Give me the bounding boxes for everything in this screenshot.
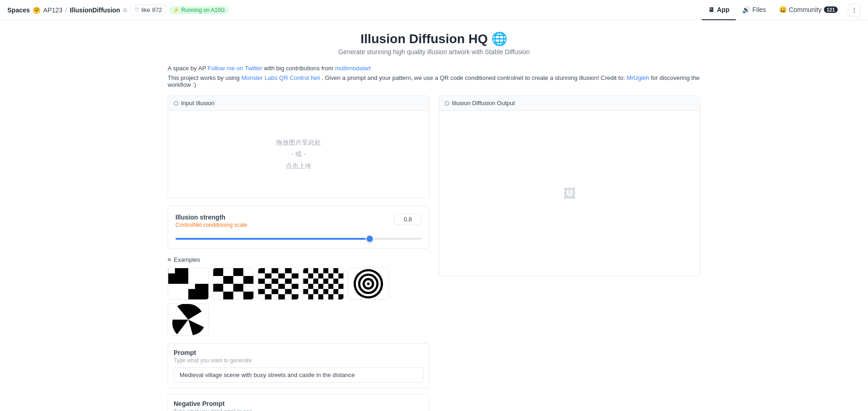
svg-rect-90 bbox=[333, 284, 338, 289]
example-6[interactable] bbox=[168, 304, 209, 336]
svg-rect-9 bbox=[243, 268, 254, 276]
twitter-link[interactable]: Follow me on Twitter bbox=[208, 65, 262, 72]
more-button[interactable]: ⋮ bbox=[848, 4, 861, 17]
svg-rect-75 bbox=[338, 273, 344, 278]
svg-rect-79 bbox=[318, 279, 323, 284]
negative-prompt-label: Negative Prompt bbox=[174, 400, 423, 407]
svg-rect-10 bbox=[213, 276, 223, 284]
illusion-strength-slider[interactable] bbox=[175, 238, 422, 240]
svg-rect-72 bbox=[323, 273, 328, 278]
svg-rect-40 bbox=[292, 279, 299, 284]
title-area: Illusion Diffusion HQ 🌐 Generate stunnin… bbox=[168, 31, 700, 56]
svg-rect-33 bbox=[285, 273, 292, 278]
svg-rect-67 bbox=[338, 268, 344, 273]
svg-rect-36 bbox=[265, 279, 272, 284]
bolt-icon: ⚡ bbox=[173, 7, 180, 13]
breadcrumb-sep: / bbox=[65, 6, 67, 14]
svg-rect-50 bbox=[278, 289, 285, 294]
svg-rect-104 bbox=[323, 294, 328, 299]
svg-rect-20 bbox=[233, 292, 243, 299]
output-panel-header: ⬡ Illusion Diffusion Output bbox=[439, 96, 700, 111]
two-column-layout: ⬡ Input Illusion 拖放图片至此处 - 或 - 点击上传 Illu… bbox=[168, 96, 700, 411]
nav-app[interactable]: 🖥 App bbox=[702, 0, 736, 20]
svg-rect-57 bbox=[285, 294, 292, 299]
svg-rect-102 bbox=[313, 294, 318, 299]
svg-rect-81 bbox=[328, 279, 333, 284]
example-2[interactable] bbox=[213, 268, 254, 300]
svg-rect-52 bbox=[292, 289, 299, 294]
header-icon: 🤗 bbox=[33, 6, 40, 14]
svg-rect-68 bbox=[303, 273, 308, 278]
svg-rect-44 bbox=[278, 284, 285, 289]
monster-labs-link[interactable]: Monster Labs QR Control Net bbox=[241, 74, 320, 81]
spaces-label[interactable]: Spaces bbox=[7, 6, 30, 14]
desc1-pre: A space by AP bbox=[168, 65, 208, 72]
svg-rect-34 bbox=[292, 273, 299, 278]
example-5[interactable] bbox=[348, 268, 389, 300]
svg-rect-55 bbox=[271, 294, 278, 299]
svg-rect-53 bbox=[258, 294, 265, 299]
svg-rect-99 bbox=[338, 289, 344, 294]
svg-rect-96 bbox=[323, 289, 328, 294]
main-content: Illusion Diffusion HQ 🌐 Generate stunnin… bbox=[158, 20, 710, 411]
page-subtitle: Generate stunning high quality illusion … bbox=[168, 48, 700, 56]
svg-rect-49 bbox=[271, 289, 278, 294]
svg-rect-37 bbox=[271, 279, 278, 284]
svg-rect-76 bbox=[303, 279, 308, 284]
svg-rect-11 bbox=[223, 276, 233, 284]
svg-rect-91 bbox=[338, 284, 344, 289]
example-3[interactable] bbox=[258, 268, 299, 300]
nav-community[interactable]: 😀 Community 121 bbox=[772, 0, 844, 20]
multimodalart-link[interactable]: multimodalart bbox=[335, 65, 371, 72]
mrugleh-link[interactable]: MrUgleh bbox=[626, 74, 649, 81]
upload-line3: 点击上传 bbox=[276, 160, 321, 172]
globe-icon: 🌐 bbox=[491, 31, 507, 46]
svg-rect-94 bbox=[313, 289, 318, 294]
svg-rect-28 bbox=[292, 268, 299, 273]
svg-rect-14 bbox=[213, 284, 223, 292]
example-4[interactable] bbox=[303, 268, 344, 300]
repo-name[interactable]: IllusionDiffusion bbox=[70, 6, 120, 14]
svg-rect-82 bbox=[333, 279, 338, 284]
slider-header: Illusion strength ControlNet conditionin… bbox=[175, 214, 422, 228]
svg-rect-35 bbox=[258, 279, 265, 284]
input-panel-body[interactable]: 拖放图片至此处 - 或 - 点击上传 bbox=[168, 111, 429, 198]
svg-rect-18 bbox=[213, 292, 223, 299]
svg-rect-42 bbox=[265, 284, 272, 289]
output-icon: ⬡ bbox=[445, 100, 449, 107]
prompt-input[interactable] bbox=[174, 367, 423, 383]
svg-rect-93 bbox=[308, 289, 313, 294]
copy-icon[interactable]: ⧉ bbox=[123, 7, 127, 13]
slider-subtitle: ControlNet conditioning scale bbox=[175, 222, 247, 228]
svg-rect-58 bbox=[292, 294, 299, 299]
negative-prompt-group: Negative Prompt Type what you don't want… bbox=[168, 394, 429, 411]
header-nav: 🖥 App 🔊 Files 😀 Community 121 ⋮ bbox=[702, 0, 861, 20]
output-panel-label: Illusion Diffusion Output bbox=[452, 100, 515, 107]
svg-rect-103 bbox=[318, 294, 323, 299]
svg-rect-80 bbox=[323, 279, 328, 284]
list-icon: ≡ bbox=[168, 256, 171, 263]
svg-rect-8 bbox=[233, 268, 243, 276]
description-1: A space by AP Follow me on Twitter with … bbox=[168, 65, 700, 72]
example-1[interactable] bbox=[168, 268, 209, 300]
image-upload-icon: ⬡ bbox=[174, 100, 178, 107]
nav-files[interactable]: 🔊 Files bbox=[736, 0, 772, 20]
svg-rect-21 bbox=[243, 292, 254, 299]
prompt-group: Prompt Type what you want to generate bbox=[168, 343, 429, 388]
svg-rect-51 bbox=[285, 289, 292, 294]
like-count: 872 bbox=[152, 6, 162, 13]
upload-area[interactable]: 拖放图片至此处 - 或 - 点击上传 bbox=[276, 137, 321, 172]
prompt-sublabel: Type what you want to generate bbox=[174, 357, 423, 364]
svg-rect-12 bbox=[233, 276, 243, 284]
like-button[interactable]: ♡ like 872 bbox=[130, 5, 166, 15]
svg-rect-19 bbox=[223, 292, 233, 299]
slider-track bbox=[175, 234, 422, 241]
desc2-mid: . Given a prompt and your pattern, we us… bbox=[321, 74, 626, 81]
svg-rect-15 bbox=[223, 284, 233, 292]
svg-rect-70 bbox=[313, 273, 318, 278]
left-column: ⬡ Input Illusion 拖放图片至此处 - 或 - 点击上传 Illu… bbox=[168, 96, 429, 411]
nav-files-label: Files bbox=[752, 6, 766, 13]
svg-rect-100 bbox=[303, 294, 308, 299]
svg-rect-66 bbox=[333, 268, 338, 273]
svg-rect-63 bbox=[318, 268, 323, 273]
